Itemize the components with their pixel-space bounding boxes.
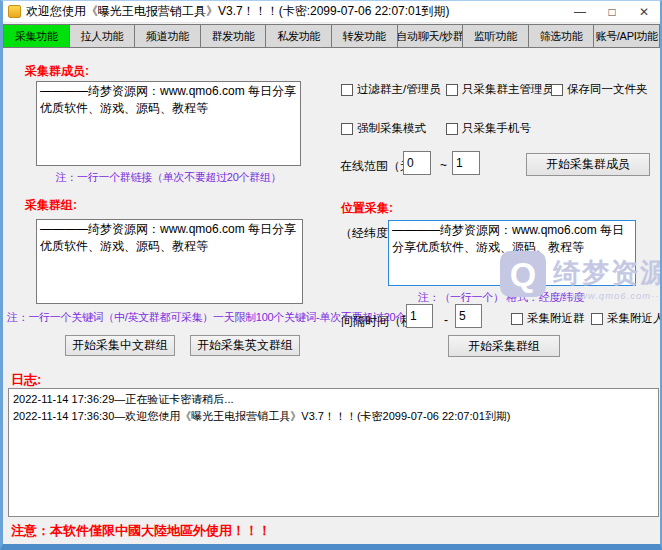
tab-account-api[interactable]: 账号/API功能: [593, 24, 660, 48]
keywords-note: 注：一行一个关键词（中/英文群都可采集）一天限制100个关键词-单次不要超过20…: [7, 310, 339, 325]
start-collect-groups-button[interactable]: 开始采集群组: [448, 335, 560, 357]
tab-collect[interactable]: 采集功能: [3, 24, 70, 48]
checkbox-icon[interactable]: [551, 84, 563, 96]
checkbox-save-same-folder[interactable]: 保存同一文件夹: [551, 82, 648, 97]
checkbox-icon[interactable]: [511, 313, 523, 325]
group-links-textarea[interactable]: ————绮梦资源网：www.qmo6.com 每日分享优质软件、游戏、源码、教程…: [36, 81, 301, 166]
dash-separator: -: [444, 313, 448, 327]
latlng-note: 注：（一行一个） 格式：经度/纬度: [418, 290, 584, 305]
checkbox-icon[interactable]: [341, 123, 353, 135]
checkbox-label: 只采集手机号: [462, 121, 531, 136]
checkbox-label: 过滤群主/管理员: [357, 82, 441, 97]
tab-invite[interactable]: 拉人功能: [69, 24, 136, 48]
checkbox-only-owner-admin[interactable]: 只采集群主管理员: [446, 82, 554, 97]
group-links-note: 注：一行一个群链接（单次不要超过20个群组）: [36, 170, 301, 185]
tab-channel[interactable]: 频道功能: [134, 24, 201, 48]
checkbox-label: 强制采集模式: [357, 121, 426, 136]
close-button[interactable]: ✕: [628, 1, 660, 23]
checkbox-icon[interactable]: [446, 123, 458, 135]
window-controls: — □ ✕: [564, 1, 660, 23]
latlng-textarea[interactable]: ————绮梦资源网：www.qmo6.com 每日分享优质软件、游戏、源码、教程…: [388, 220, 636, 286]
checkbox-icon[interactable]: [341, 84, 353, 96]
app-window: 欢迎您使用《曝光王电报营销工具》V3.7！！！(卡密:2099-07-06 22…: [0, 0, 662, 550]
checkbox-label: 采集附近群: [527, 311, 585, 326]
minimize-button[interactable]: —: [564, 1, 596, 23]
collect-groups-label: 采集群组:: [25, 197, 77, 214]
interval-from-input[interactable]: [406, 304, 433, 328]
log-output[interactable]: 2022-11-14 17:36:29—正在验证卡密请稍后... 2022-11…: [8, 388, 659, 517]
tab-private-send[interactable]: 私发功能: [265, 24, 332, 48]
start-collect-en-groups-button[interactable]: 开始采集英文群组: [190, 335, 300, 356]
checkbox-filter-owner-admin[interactable]: 过滤群主/管理员: [341, 82, 441, 97]
log-line: 2022-11-14 17:36:30—欢迎您使用《曝光王电报营销工具》V3.7…: [13, 408, 654, 425]
online-range-to-input[interactable]: [452, 151, 480, 175]
checkbox-nearby-people[interactable]: 采集附近人: [591, 311, 662, 326]
interval-to-input[interactable]: [455, 304, 482, 328]
checkbox-only-phone[interactable]: 只采集手机号: [446, 121, 531, 136]
checkbox-label: 采集附近人: [607, 311, 662, 326]
tab-mass-send[interactable]: 群发功能: [200, 24, 267, 48]
log-label: 日志:: [11, 371, 41, 389]
title-bar: 欢迎您使用《曝光王电报营销工具》V3.7！！！(卡密:2099-07-06 22…: [3, 1, 660, 23]
checkbox-label: 保存同一文件夹: [567, 82, 648, 97]
online-range-from-input[interactable]: [403, 151, 431, 175]
start-collect-cn-groups-button[interactable]: 开始采集中文群组: [65, 335, 175, 356]
checkbox-label: 只采集群主管理员: [462, 82, 554, 97]
checkbox-nearby-groups[interactable]: 采集附近群: [511, 311, 585, 326]
tab-forward[interactable]: 转发功能: [331, 24, 398, 48]
app-icon: [8, 5, 21, 18]
window-title: 欢迎您使用《曝光王电报营销工具》V3.7！！！(卡密:2099-07-06 22…: [26, 3, 449, 20]
tab-filter[interactable]: 筛选功能: [528, 24, 595, 48]
collect-members-label: 采集群成员:: [25, 63, 89, 80]
start-collect-members-button[interactable]: 开始采集群成员: [526, 153, 650, 176]
log-line: 2022-11-14 17:36:29—正在验证卡密请稍后...: [13, 391, 654, 408]
checkbox-icon[interactable]: [446, 84, 458, 96]
location-collect-label: 位置采集:: [341, 200, 393, 217]
tab-bar: 采集功能 拉人功能 频道功能 群发功能 私发功能 转发功能 自动聊天/炒群 监听…: [3, 24, 660, 48]
tab-auto-chat[interactable]: 自动聊天/炒群: [397, 24, 464, 48]
tilde-separator: ~: [440, 158, 447, 172]
checkbox-force-mode[interactable]: 强制采集模式: [341, 121, 426, 136]
tab-monitor[interactable]: 监听功能: [462, 24, 529, 48]
footer-notice: 注意：本软件僅限中國大陸地區外使用！！！: [11, 522, 271, 540]
checkbox-icon[interactable]: [591, 313, 603, 325]
keywords-textarea[interactable]: ————绮梦资源网：www.qmo6.com 每日分享优质软件、游戏、源码、教程…: [36, 219, 303, 304]
maximize-button[interactable]: □: [596, 1, 628, 23]
